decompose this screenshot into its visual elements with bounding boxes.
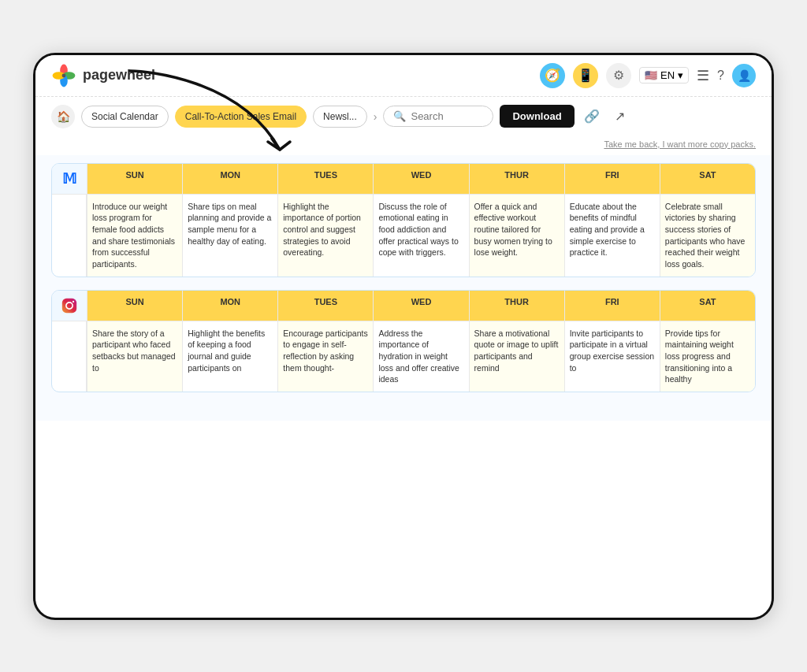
- svg-rect-5: [62, 298, 76, 312]
- ig-day-thur: THUR: [469, 291, 564, 321]
- fb-day-fri: FRI: [564, 164, 660, 194]
- ig-content-thur: Share a motivational quote or image to u…: [469, 321, 564, 392]
- language-label: EN: [660, 69, 675, 81]
- fb-content-mon: Share tips on meal planning and provide …: [182, 195, 277, 277]
- ig-content-tues: Encourage participants to engage in self…: [277, 321, 373, 392]
- fb-day-sat: SAT: [660, 164, 755, 194]
- ig-content-sun: Share the story of a participant who fac…: [87, 321, 182, 392]
- ig-day-fri: FRI: [564, 291, 660, 321]
- link-icon: 🔗: [584, 109, 600, 124]
- nav-icons: 🧭 📱 ⚙ 🇺🇸 EN ▾ ☰ ? 👤: [540, 63, 756, 88]
- top-nav: pagewheel 🧭 📱 ⚙ 🇺🇸 EN ▾ ☰ ? 👤: [35, 55, 772, 97]
- phone-icon-btn[interactable]: 📱: [573, 63, 598, 88]
- ig-day-mon: MON: [182, 291, 277, 321]
- list-icon[interactable]: ☰: [697, 67, 709, 84]
- breadcrumb-chevron: ›: [374, 110, 377, 123]
- breadcrumb-cta-email[interactable]: Call-To-Action Sales Email: [175, 106, 307, 128]
- logo-area: pagewheel: [51, 63, 155, 88]
- ig-day-tues: TUES: [277, 291, 373, 321]
- ig-content-mon: Highlight the benefits of keeping a food…: [182, 321, 277, 392]
- fb-content-sun: Introduce our weight loss program for fe…: [87, 195, 182, 277]
- gear-icon-btn[interactable]: ⚙: [606, 63, 631, 88]
- ig-content-fri: Invite participants to participate in a …: [564, 321, 660, 392]
- fb-day-sun: SUN: [87, 164, 182, 194]
- svg-point-4: [62, 73, 66, 77]
- share-icon[interactable]: ↗: [609, 106, 631, 128]
- fb-content-sat: Celebrate small victories by sharing suc…: [660, 195, 755, 277]
- fb-day-mon: MON: [182, 164, 277, 194]
- chevron-down-icon: ▾: [678, 69, 683, 81]
- instagram-platform-icon: [52, 291, 87, 321]
- breadcrumb-newsletter[interactable]: Newsl...: [313, 106, 367, 128]
- home-icon: 🏠: [57, 110, 70, 123]
- search-icon: 🔍: [393, 110, 406, 122]
- help-icon[interactable]: ?: [717, 69, 724, 83]
- fb-day-wed: WED: [373, 164, 468, 194]
- take-me-back-bar: Take me back, I want more copy packs.: [35, 136, 772, 155]
- language-dropdown[interactable]: 🇺🇸 EN ▾: [639, 67, 689, 84]
- home-button[interactable]: 🏠: [51, 105, 75, 128]
- compass-icon: 🧭: [545, 68, 560, 83]
- meta-logo: 𝕄: [62, 170, 76, 187]
- facebook-content-row: Introduce our weight loss program for fe…: [52, 194, 755, 277]
- meta-platform-icon: 𝕄: [52, 164, 87, 194]
- svg-point-7: [73, 300, 74, 302]
- search-bar[interactable]: 🔍: [383, 106, 493, 127]
- take-me-back-link[interactable]: Take me back, I want more copy packs.: [604, 139, 756, 149]
- fb-content-fri: Educate about the benefits of mindful ea…: [564, 195, 660, 277]
- export-icon: ↗: [615, 109, 625, 124]
- copy-link-icon[interactable]: 🔗: [581, 106, 603, 128]
- fb-content-thur: Offer a quick and effective workout rout…: [469, 195, 564, 277]
- download-button[interactable]: Download: [500, 105, 574, 128]
- avatar[interactable]: 👤: [732, 64, 756, 87]
- instagram-logo: [61, 297, 78, 314]
- ig-day-sat: SAT: [660, 291, 755, 321]
- content-area: 𝕄 SUN MON TUES WED THUR FRI SAT Introduc…: [35, 155, 772, 421]
- search-input[interactable]: [411, 110, 482, 122]
- avatar-icon: 👤: [738, 69, 751, 82]
- fb-content-tues: Highlight the importance of portion cont…: [277, 195, 373, 277]
- app-name: pagewheel: [83, 67, 155, 84]
- instagram-content-row: Share the story of a participant who fac…: [52, 321, 755, 392]
- compass-icon-btn[interactable]: 🧭: [540, 63, 565, 88]
- facebook-calendar: 𝕄 SUN MON TUES WED THUR FRI SAT Introduc…: [51, 163, 756, 277]
- instagram-header-row: SUN MON TUES WED THUR FRI SAT: [52, 291, 755, 321]
- facebook-header-row: 𝕄 SUN MON TUES WED THUR FRI SAT: [52, 164, 755, 194]
- ig-day-wed: WED: [373, 291, 468, 321]
- instagram-calendar: SUN MON TUES WED THUR FRI SAT Share the …: [51, 290, 756, 392]
- fb-content-wed: Discuss the role of emotional eating in …: [373, 195, 468, 277]
- breadcrumb-social-calendar[interactable]: Social Calendar: [81, 106, 169, 128]
- fb-day-tues: TUES: [277, 164, 373, 194]
- logo-pinwheel: [51, 63, 76, 88]
- toolbar: 🏠 Social Calendar Call-To-Action Sales E…: [35, 97, 772, 136]
- ig-day-sun: SUN: [87, 291, 182, 321]
- fb-day-thur: THUR: [469, 164, 564, 194]
- flag-icon: 🇺🇸: [645, 69, 657, 81]
- meta-icon-cell: [52, 195, 87, 277]
- phone-icon: 📱: [578, 68, 593, 83]
- ig-content-wed: Address the importance of hydration in w…: [373, 321, 468, 392]
- gear-icon: ⚙: [613, 68, 624, 83]
- instagram-icon-cell: [52, 321, 87, 392]
- ig-content-sat: Provide tips for maintaining weight loss…: [660, 321, 755, 392]
